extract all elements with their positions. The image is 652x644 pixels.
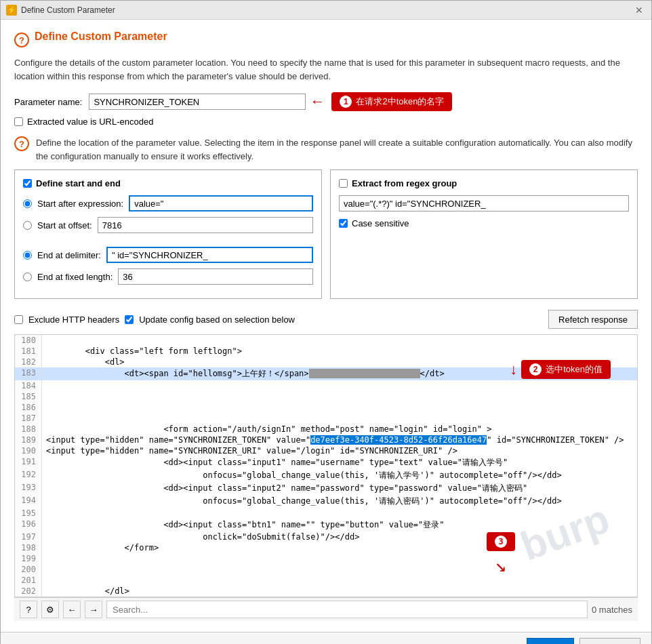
- red-arrow-1: ←: [310, 93, 325, 110]
- line-code: [42, 335, 637, 346]
- line-code: </dl>: [42, 586, 637, 597]
- end-delimiter-label: End at delimiter:: [37, 250, 101, 260]
- close-button[interactable]: ✕: [632, 3, 646, 17]
- help-bottom-button[interactable]: ?: [20, 601, 37, 618]
- code-line: 199: [15, 553, 637, 564]
- url-encoded-row: Extracted value is URL-encoded: [14, 117, 638, 127]
- update-config-checkbox[interactable]: [125, 315, 134, 324]
- code-line: 202 </dl>: [15, 586, 637, 597]
- end-fixed-row: End at fixed length:: [23, 268, 313, 285]
- annotation-3-wrapper: 3 ↘: [487, 532, 515, 576]
- annotation-3-bubble: 3: [487, 532, 515, 551]
- annotation-1-text: 在请求2中token的名字: [356, 96, 444, 108]
- annotation-2-text: 选中token的值: [546, 363, 603, 376]
- line-code: <div class="left form leftlogn">: [42, 346, 637, 357]
- line-code: [42, 413, 637, 424]
- line-code: [42, 402, 637, 413]
- code-line: 201: [15, 575, 637, 586]
- case-sensitive-checkbox[interactable]: [339, 219, 348, 228]
- code-container: ↓ 2 选中token的值 180 181 <div class="left f…: [14, 334, 638, 597]
- content-area: ? Define Custom Parameter Configure the …: [1, 20, 651, 632]
- line-num: 197: [15, 531, 42, 542]
- line-num: 198: [15, 542, 42, 553]
- line-code: <dd><input class="input2" name="password…: [42, 482, 637, 495]
- config-panels: Define start and end Start after express…: [14, 169, 638, 299]
- line-num: 186: [15, 402, 42, 413]
- line-num: 189: [15, 435, 42, 445]
- case-sensitive-row: Case sensitive: [339, 218, 629, 228]
- line-num: 196: [15, 519, 42, 531]
- line-code: [42, 508, 637, 519]
- line-num: 180: [15, 335, 42, 346]
- description-1: Configure the details of the custom para…: [14, 56, 638, 83]
- start-offset-radio[interactable]: [23, 221, 32, 230]
- code-line: 195: [15, 508, 637, 519]
- start-after-radio[interactable]: [23, 199, 32, 208]
- exclude-headers-checkbox[interactable]: [14, 315, 23, 324]
- code-line: 194 onfocus="global_change_value(this, '…: [15, 495, 637, 508]
- refetch-button[interactable]: Refetch response: [548, 310, 638, 329]
- exclude-headers-label: Exclude HTTP headers: [28, 315, 119, 325]
- back-button[interactable]: ←: [63, 601, 81, 618]
- start-offset-row: Start at offset:: [23, 217, 313, 233]
- line-code: onclick="doSubmit(false)"/></dd>: [42, 531, 637, 542]
- title-bar-icon: ⚡: [6, 5, 17, 16]
- panel-right: Extract from regex group Case sensitive: [330, 169, 638, 299]
- start-offset-input[interactable]: [98, 217, 313, 233]
- line-code: [42, 391, 637, 402]
- end-fixed-input[interactable]: [118, 268, 313, 285]
- line-num: 190: [15, 445, 42, 456]
- line-code: [42, 575, 637, 586]
- title-bar-title: Define Custom Parameter: [21, 5, 632, 15]
- title-bar: ⚡ Define Custom Parameter ✕: [1, 1, 651, 20]
- forward-button[interactable]: →: [85, 601, 102, 618]
- code-line-188: 188 <form action="/auth/signIn" method="…: [15, 424, 637, 435]
- end-delimiter-input[interactable]: [106, 247, 313, 263]
- regex-group-label: Extract from regex group: [352, 178, 457, 188]
- define-start-end-checkbox[interactable]: [23, 179, 32, 188]
- arrow-down-2: ↓: [510, 361, 517, 378]
- url-encoded-checkbox[interactable]: [14, 117, 23, 126]
- panel-right-title: Extract from regex group: [339, 178, 629, 188]
- description-2: Define the location of the parameter val…: [36, 136, 638, 163]
- search-input[interactable]: [106, 601, 588, 618]
- param-label: Parameter name:: [14, 97, 82, 107]
- ok-button[interactable]: OK: [527, 638, 574, 644]
- annotation-1-bubble: 1 在请求2中token的名字: [331, 92, 452, 111]
- match-count: 0 matches: [592, 605, 632, 615]
- start-after-label: Start after expression:: [37, 199, 123, 209]
- line-code: [42, 553, 637, 564]
- cancel-button[interactable]: Cancel: [579, 638, 640, 644]
- line-num: 202: [15, 586, 42, 597]
- end-fixed-radio[interactable]: [23, 273, 32, 281]
- help-icon-2: ?: [14, 136, 29, 151]
- line-num: 194: [15, 495, 42, 508]
- line-num: 181: [15, 346, 42, 357]
- annotation-2-bubble: 2 选中token的值: [521, 360, 611, 379]
- code-line: 191 <dd><input class="input1" name="user…: [15, 456, 637, 469]
- annotation-2-wrapper: ↓ 2 选中token的值: [510, 360, 611, 379]
- line-num: 192: [15, 469, 42, 482]
- help-icon-1: ?: [14, 33, 29, 47]
- token-value: de7eef3e-340f-4523-8d52-66f26da16e47: [310, 435, 487, 445]
- settings-bottom-button[interactable]: ⚙: [41, 601, 59, 618]
- regex-group-checkbox[interactable]: [339, 179, 348, 188]
- line-num: 200: [15, 564, 42, 575]
- bottom-bar: ? ⚙ ← → 0 matches: [14, 597, 638, 621]
- start-offset-label: Start at offset:: [37, 220, 92, 230]
- start-after-input[interactable]: [129, 195, 313, 212]
- line-code: <dd><input class="btn1" name="" type="bu…: [42, 519, 637, 531]
- update-config-label: Update config based on selection below: [139, 315, 295, 325]
- annotation-1-number: 1: [340, 96, 352, 108]
- url-encoded-label: Extracted value is URL-encoded: [27, 117, 153, 127]
- line-num: 184: [15, 380, 42, 391]
- code-line: 192 onfocus="global_change_value(this, '…: [15, 469, 637, 482]
- line-num: 193: [15, 482, 42, 495]
- regex-input[interactable]: [339, 195, 629, 212]
- end-delimiter-radio[interactable]: [23, 251, 32, 260]
- param-name-input[interactable]: [89, 94, 306, 110]
- code-line: 185: [15, 391, 637, 402]
- annotation-3-number: 3: [495, 536, 507, 548]
- panel-left: Define start and end Start after express…: [14, 169, 322, 299]
- code-line: 187: [15, 413, 637, 424]
